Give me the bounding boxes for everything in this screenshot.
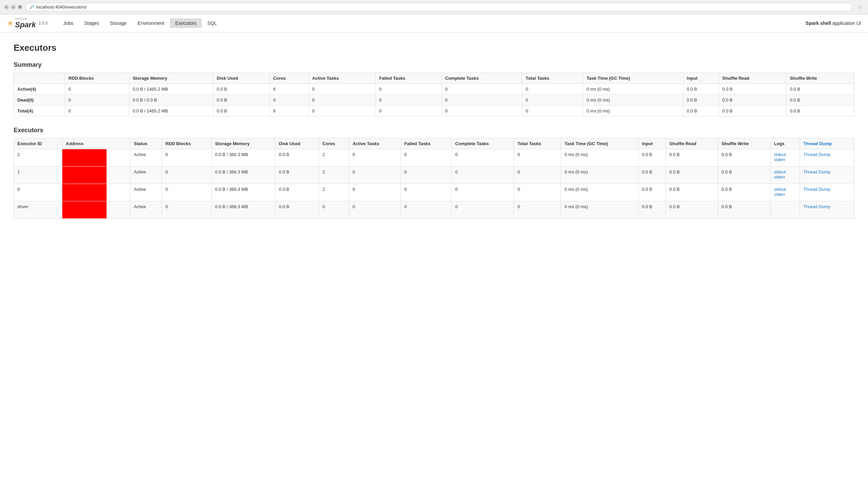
exec-row-active: 0 xyxy=(349,149,401,167)
spark-label: Spark xyxy=(15,20,36,29)
summary-col-input: Input xyxy=(683,73,719,84)
summary-section-title: Summary xyxy=(14,61,854,68)
nav-stages[interactable]: Stages xyxy=(79,18,105,28)
summary-row-shuffleread: 0.0 B xyxy=(719,95,786,106)
summary-col-total: Total Tasks xyxy=(522,73,583,84)
exec-row-failed: 0 xyxy=(401,184,452,201)
summary-row: Total(4) 0 0.0 B / 1465.2 MB 0.0 B 6 0 0… xyxy=(14,106,854,117)
exec-row-complete: 0 xyxy=(452,201,514,219)
exec-row-total: 0 xyxy=(514,149,561,167)
summary-col-storage: Storage Memory xyxy=(129,73,213,84)
exec-row-logs xyxy=(770,201,800,219)
exec-col-rdd: RDD Blocks xyxy=(162,138,212,149)
exec-row-shufflewrite: 0.0 B xyxy=(718,167,770,184)
nav-environment[interactable]: Environment xyxy=(132,18,170,28)
summary-row-complete: 0 xyxy=(441,95,522,106)
thread-dump-link[interactable]: Thread Dump xyxy=(803,169,830,174)
executor-row: 1 Active 0 0.0 B / 366.3 MB 0.0 B 2 0 0 … xyxy=(14,167,854,184)
executors-table: Executor ID Address Status RDD Blocks St… xyxy=(14,138,854,219)
summary-row-failed: 0 xyxy=(375,95,441,106)
exec-row-thread: Thread Dump xyxy=(800,184,854,201)
exec-row-disk: 0.0 B xyxy=(275,149,319,167)
log-stderr-link[interactable]: stderr xyxy=(774,157,785,162)
exec-col-thread: Thread Dump xyxy=(800,138,854,149)
exec-row-shufflewrite: 0.0 B xyxy=(718,201,770,219)
back-button[interactable]: ← xyxy=(4,5,9,10)
exec-row-complete: 0 xyxy=(452,184,514,201)
exec-row-complete: 0 xyxy=(452,167,514,184)
summary-col-shufflewrite: Shuffle Write xyxy=(786,73,854,84)
summary-header-row: RDD Blocks Storage Memory Disk Used Core… xyxy=(14,73,854,84)
nav-jobs[interactable]: Jobs xyxy=(58,18,79,28)
summary-row-input: 0.0 B xyxy=(683,95,719,106)
exec-row-input: 0.0 B xyxy=(638,149,666,167)
nav-bar: ✭ APACHE Spark 2.0.0 Jobs Stages Storage… xyxy=(0,14,868,32)
exec-row-address xyxy=(62,201,130,219)
exec-row-id: 0 xyxy=(14,184,62,201)
summary-row-shuffleread: 0.0 B xyxy=(719,106,786,117)
browser-chrome: ← → ↻ 🔎 localhost:4040/executors/ ☆ xyxy=(0,0,868,14)
exec-col-status: Status xyxy=(130,138,162,149)
nav-executors[interactable]: Executors xyxy=(170,18,202,28)
log-stdout-link[interactable]: stdout xyxy=(774,169,786,174)
version-label: 2.0.0 xyxy=(38,21,48,26)
summary-row-rdd: 0 xyxy=(65,106,129,117)
summary-table: RDD Blocks Storage Memory Disk Used Core… xyxy=(14,73,854,117)
summary-row-failed: 0 xyxy=(375,84,441,95)
exec-row-id: 1 xyxy=(14,167,62,184)
log-stdout-link[interactable]: stdout xyxy=(774,152,786,157)
exec-row-total: 0 xyxy=(514,201,561,219)
log-stdout-link[interactable]: stdout xyxy=(774,187,786,192)
apache-label: APACHE xyxy=(15,17,36,20)
reload-button[interactable]: ↻ xyxy=(18,5,22,10)
summary-row-storage: 0.0 B / 0.0 B xyxy=(129,95,213,106)
app-title-rest: application UI xyxy=(831,20,861,26)
log-stderr-link[interactable]: stderr xyxy=(774,192,785,197)
exec-col-failed: Failed Tasks xyxy=(401,138,452,149)
summary-row-tasktime: 0 ms (0 ms) xyxy=(583,106,683,117)
thread-dump-link[interactable]: Thread Dump xyxy=(803,152,830,157)
exec-row-shuffleread: 0.0 B xyxy=(666,167,718,184)
address-bar[interactable]: 🔎 localhost:4040/executors/ xyxy=(25,3,852,11)
exec-col-logs: Logs xyxy=(770,138,800,149)
log-stderr-link[interactable]: stderr xyxy=(774,174,785,180)
summary-row-shufflewrite: 0.0 B xyxy=(786,106,854,117)
exec-row-cores: 0 xyxy=(319,201,349,219)
exec-row-rdd: 0 xyxy=(162,184,212,201)
summary-col-rdd: RDD Blocks xyxy=(65,73,129,84)
exec-col-tasktime: Task Time (GC Time) xyxy=(561,138,638,149)
exec-row-shufflewrite: 0.0 B xyxy=(718,184,770,201)
exec-row-shuffleread: 0.0 B xyxy=(666,149,718,167)
summary-row-active: 0 xyxy=(308,106,375,117)
summary-row-tasktime: 0 ms (0 ms) xyxy=(583,95,683,106)
thread-dump-link[interactable]: Thread Dump xyxy=(803,187,830,192)
exec-row-disk: 0.0 B xyxy=(275,184,319,201)
bookmark-button[interactable]: ☆ xyxy=(855,3,864,11)
exec-row-cores: 2 xyxy=(319,184,349,201)
exec-row-failed: 0 xyxy=(401,167,452,184)
exec-col-input: Input xyxy=(638,138,666,149)
exec-col-shufflewrite: Shuffle Write xyxy=(718,138,770,149)
app-title-bold: Spark shell xyxy=(806,20,831,26)
summary-col-shuffleread: Shuffle Read xyxy=(719,73,786,84)
summary-col-failed: Failed Tasks xyxy=(375,73,441,84)
exec-col-disk: Disk Used xyxy=(275,138,319,149)
exec-row-shuffleread: 0.0 B xyxy=(666,184,718,201)
summary-col-label xyxy=(14,73,65,84)
summary-row-disk: 0.0 B xyxy=(213,106,270,117)
exec-row-tasktime: 0 ms (0 ms) xyxy=(561,201,638,219)
exec-row-thread: Thread Dump xyxy=(800,149,854,167)
executor-row: 2 Active 0 0.0 B / 366.3 MB 0.0 B 2 0 0 … xyxy=(14,149,854,167)
forward-button[interactable]: → xyxy=(11,5,16,10)
summary-col-complete: Complete Tasks xyxy=(441,73,522,84)
summary-row-complete: 0 xyxy=(441,106,522,117)
nav-storage[interactable]: Storage xyxy=(105,18,132,28)
exec-col-total: Total Tasks xyxy=(514,138,561,149)
thread-dump-link[interactable]: Thread Dump xyxy=(803,204,830,209)
summary-col-active: Active Tasks xyxy=(308,73,375,84)
exec-row-address xyxy=(62,167,130,184)
summary-row-total: 0 xyxy=(522,84,583,95)
exec-col-id: Executor ID xyxy=(14,138,62,149)
exec-row-active: 0 xyxy=(349,167,401,184)
nav-sql[interactable]: SQL xyxy=(202,18,222,28)
